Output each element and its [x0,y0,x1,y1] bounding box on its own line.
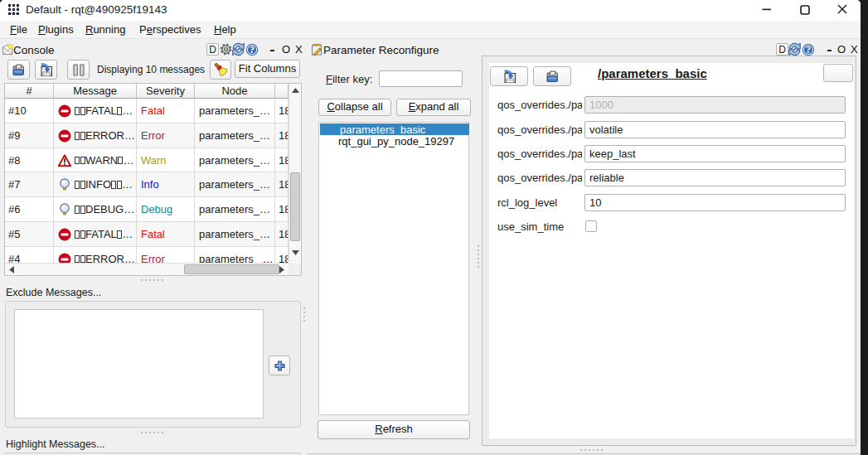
svg-text:?: ? [806,44,811,56]
svg-text:?: ? [250,44,255,56]
